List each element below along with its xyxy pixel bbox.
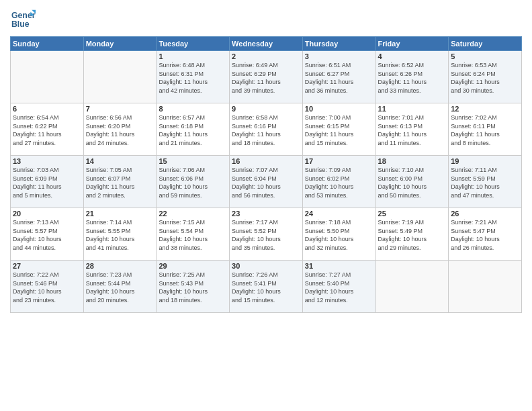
day-info: Sunrise: 7:15 AM Sunset: 5:54 PM Dayligh… <box>159 218 227 252</box>
day-number: 26 <box>451 210 519 218</box>
day-number: 2 <box>232 52 300 60</box>
day-number: 18 <box>378 157 447 165</box>
day-info: Sunrise: 7:14 AM Sunset: 5:55 PM Dayligh… <box>86 218 154 252</box>
calendar-cell: 21Sunrise: 7:14 AM Sunset: 5:55 PM Dayli… <box>83 208 157 261</box>
day-number: 28 <box>86 262 154 270</box>
calendar-cell: 12Sunrise: 7:02 AM Sunset: 6:11 PM Dayli… <box>449 103 522 156</box>
day-number: 19 <box>451 157 519 165</box>
calendar-cell <box>375 261 449 313</box>
day-info: Sunrise: 6:56 AM Sunset: 6:20 PM Dayligh… <box>86 113 154 147</box>
calendar-cell: 29Sunrise: 7:25 AM Sunset: 5:43 PM Dayli… <box>157 261 230 313</box>
calendar-cell: 8Sunrise: 6:57 AM Sunset: 6:18 PM Daylig… <box>157 103 230 156</box>
day-info: Sunrise: 7:03 AM Sunset: 6:09 PM Dayligh… <box>13 166 81 199</box>
day-info: Sunrise: 7:02 AM Sunset: 6:11 PM Dayligh… <box>451 113 519 147</box>
header: General Blue <box>10 7 522 32</box>
calendar-cell: 22Sunrise: 7:15 AM Sunset: 5:54 PM Dayli… <box>157 208 230 261</box>
day-number: 5 <box>451 52 519 60</box>
calendar-row: 1Sunrise: 6:48 AM Sunset: 6:31 PM Daylig… <box>11 51 522 103</box>
day-info: Sunrise: 7:01 AM Sunset: 6:13 PM Dayligh… <box>378 113 447 147</box>
calendar-table: SundayMondayTuesdayWednesdayThursdayFrid… <box>10 36 522 313</box>
weekday-header: Sunday <box>11 37 84 51</box>
day-info: Sunrise: 7:22 AM Sunset: 5:46 PM Dayligh… <box>13 271 81 304</box>
day-number: 11 <box>378 105 447 113</box>
calendar-cell: 6Sunrise: 6:54 AM Sunset: 6:22 PM Daylig… <box>11 103 84 156</box>
svg-text:Blue: Blue <box>11 19 30 29</box>
day-info: Sunrise: 7:25 AM Sunset: 5:43 PM Dayligh… <box>159 271 227 304</box>
calendar-cell <box>449 261 522 313</box>
calendar-cell: 17Sunrise: 7:09 AM Sunset: 6:02 PM Dayli… <box>302 156 375 208</box>
day-number: 31 <box>305 262 373 270</box>
day-number: 17 <box>305 157 373 165</box>
calendar-cell: 25Sunrise: 7:19 AM Sunset: 5:49 PM Dayli… <box>375 208 449 261</box>
calendar-cell: 30Sunrise: 7:26 AM Sunset: 5:41 PM Dayli… <box>230 261 303 313</box>
day-number: 14 <box>86 157 154 165</box>
calendar-cell: 3Sunrise: 6:51 AM Sunset: 6:27 PM Daylig… <box>302 51 375 103</box>
weekday-header: Tuesday <box>157 37 230 51</box>
day-number: 24 <box>305 210 373 218</box>
day-info: Sunrise: 7:10 AM Sunset: 6:00 PM Dayligh… <box>378 166 447 199</box>
day-info: Sunrise: 6:48 AM Sunset: 6:31 PM Dayligh… <box>159 61 227 95</box>
day-number: 21 <box>86 210 154 218</box>
calendar-cell: 11Sunrise: 7:01 AM Sunset: 6:13 PM Dayli… <box>375 103 449 156</box>
day-number: 20 <box>13 210 81 218</box>
day-number: 27 <box>13 262 81 270</box>
day-info: Sunrise: 7:19 AM Sunset: 5:49 PM Dayligh… <box>378 218 447 252</box>
calendar-cell: 14Sunrise: 7:05 AM Sunset: 6:07 PM Dayli… <box>83 156 157 208</box>
day-info: Sunrise: 7:07 AM Sunset: 6:04 PM Dayligh… <box>232 166 300 199</box>
calendar-cell: 9Sunrise: 6:58 AM Sunset: 6:16 PM Daylig… <box>230 103 303 156</box>
calendar-cell: 4Sunrise: 6:52 AM Sunset: 6:26 PM Daylig… <box>375 51 449 103</box>
calendar-cell <box>83 51 157 103</box>
day-number: 12 <box>451 105 519 113</box>
calendar-cell: 15Sunrise: 7:06 AM Sunset: 6:06 PM Dayli… <box>157 156 230 208</box>
weekday-header: Wednesday <box>230 37 303 51</box>
day-number: 30 <box>232 262 300 270</box>
day-number: 3 <box>305 52 373 60</box>
calendar-cell: 10Sunrise: 7:00 AM Sunset: 6:15 PM Dayli… <box>302 103 375 156</box>
logo-icon: General Blue <box>10 7 36 32</box>
calendar-cell: 26Sunrise: 7:21 AM Sunset: 5:47 PM Dayli… <box>449 208 522 261</box>
calendar-cell: 2Sunrise: 6:49 AM Sunset: 6:29 PM Daylig… <box>230 51 303 103</box>
day-number: 8 <box>159 105 227 113</box>
day-number: 7 <box>86 105 154 113</box>
calendar-row: 27Sunrise: 7:22 AM Sunset: 5:46 PM Dayli… <box>11 261 522 313</box>
calendar-cell: 31Sunrise: 7:27 AM Sunset: 5:40 PM Dayli… <box>302 261 375 313</box>
calendar-cell: 16Sunrise: 7:07 AM Sunset: 6:04 PM Dayli… <box>230 156 303 208</box>
day-number: 29 <box>159 262 227 270</box>
page-container: General Blue SundayMondayTuesdayWednesda… <box>0 0 532 316</box>
day-number: 9 <box>232 105 300 113</box>
day-info: Sunrise: 7:26 AM Sunset: 5:41 PM Dayligh… <box>232 271 300 304</box>
calendar-cell: 28Sunrise: 7:23 AM Sunset: 5:44 PM Dayli… <box>83 261 157 313</box>
weekday-header: Friday <box>375 37 449 51</box>
day-info: Sunrise: 6:58 AM Sunset: 6:16 PM Dayligh… <box>232 113 300 147</box>
calendar-cell: 19Sunrise: 7:11 AM Sunset: 5:59 PM Dayli… <box>449 156 522 208</box>
day-info: Sunrise: 6:49 AM Sunset: 6:29 PM Dayligh… <box>232 61 300 95</box>
day-number: 6 <box>13 105 81 113</box>
day-number: 1 <box>159 52 227 60</box>
day-number: 22 <box>159 210 227 218</box>
day-number: 13 <box>13 157 81 165</box>
day-number: 10 <box>305 105 373 113</box>
calendar-cell: 18Sunrise: 7:10 AM Sunset: 6:00 PM Dayli… <box>375 156 449 208</box>
day-info: Sunrise: 7:09 AM Sunset: 6:02 PM Dayligh… <box>305 166 373 199</box>
day-number: 23 <box>232 210 300 218</box>
day-info: Sunrise: 7:11 AM Sunset: 5:59 PM Dayligh… <box>451 166 519 199</box>
calendar-cell: 24Sunrise: 7:18 AM Sunset: 5:50 PM Dayli… <box>302 208 375 261</box>
day-number: 4 <box>378 52 447 60</box>
weekday-header: Thursday <box>302 37 375 51</box>
day-number: 16 <box>232 157 300 165</box>
calendar-cell: 20Sunrise: 7:13 AM Sunset: 5:57 PM Dayli… <box>11 208 84 261</box>
day-number: 15 <box>159 157 227 165</box>
day-info: Sunrise: 6:53 AM Sunset: 6:24 PM Dayligh… <box>451 61 519 95</box>
day-info: Sunrise: 6:51 AM Sunset: 6:27 PM Dayligh… <box>305 61 373 95</box>
day-info: Sunrise: 7:00 AM Sunset: 6:15 PM Dayligh… <box>305 113 373 147</box>
day-number: 25 <box>378 210 447 218</box>
day-info: Sunrise: 7:18 AM Sunset: 5:50 PM Dayligh… <box>305 218 373 252</box>
weekday-header: Monday <box>83 37 157 51</box>
calendar-row: 13Sunrise: 7:03 AM Sunset: 6:09 PM Dayli… <box>11 156 522 208</box>
calendar-cell <box>11 51 84 103</box>
calendar-cell: 13Sunrise: 7:03 AM Sunset: 6:09 PM Dayli… <box>11 156 84 208</box>
weekday-header: Saturday <box>449 37 522 51</box>
calendar-cell: 1Sunrise: 6:48 AM Sunset: 6:31 PM Daylig… <box>157 51 230 103</box>
calendar-row: 6Sunrise: 6:54 AM Sunset: 6:22 PM Daylig… <box>11 103 522 156</box>
day-info: Sunrise: 6:54 AM Sunset: 6:22 PM Dayligh… <box>13 113 81 147</box>
